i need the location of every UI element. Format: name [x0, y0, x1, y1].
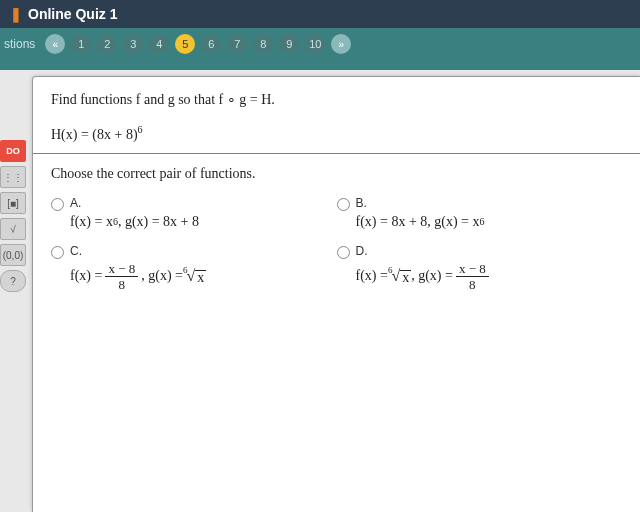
tool-bracket[interactable]: [■] [0, 192, 26, 214]
option-b-label: B. [356, 196, 485, 210]
question-hx: H(x) = (8x + 8)6 [51, 124, 622, 143]
tool-interval[interactable]: (0,0) [0, 244, 26, 266]
tool-do[interactable]: DO [0, 140, 26, 162]
choose-label: Choose the correct pair of functions. [51, 166, 622, 182]
option-a-label: A. [70, 196, 199, 210]
radio-b[interactable] [337, 198, 350, 211]
tool-sqrt[interactable]: √ [0, 218, 26, 240]
question-prompt: Find functions f and g so that f ∘ g = H… [51, 91, 622, 108]
nav-q9[interactable]: 9 [279, 34, 299, 54]
tool-calc[interactable]: ⋮⋮ [0, 166, 26, 188]
nav-q7[interactable]: 7 [227, 34, 247, 54]
radio-d[interactable] [337, 246, 350, 259]
nav-q2[interactable]: 2 [97, 34, 117, 54]
nav-label: stions [4, 37, 35, 51]
option-c-math: f(x) = x − 88 , g(x) = 6√x [70, 262, 206, 291]
nav-q10[interactable]: 10 [305, 34, 325, 54]
page-title: Online Quiz 1 [28, 6, 117, 22]
option-c[interactable]: C. f(x) = x − 88 , g(x) = 6√x [51, 244, 337, 291]
option-b[interactable]: B. f(x) = 8x + 8, g(x) = x6 [337, 196, 623, 230]
nav-q4[interactable]: 4 [149, 34, 169, 54]
nav-q5[interactable]: 5 [175, 34, 195, 54]
nav-q8[interactable]: 8 [253, 34, 273, 54]
option-d-math: f(x) = 6√x , g(x) = x − 88 [356, 262, 492, 291]
nav-q6[interactable]: 6 [201, 34, 221, 54]
option-b-math: f(x) = 8x + 8, g(x) = x6 [356, 214, 485, 230]
option-d-label: D. [356, 244, 492, 258]
question-nav: stions « 1 2 3 4 5 6 7 8 9 10 » [0, 28, 640, 60]
radio-a[interactable] [51, 198, 64, 211]
question-panel: Find functions f and g so that f ∘ g = H… [32, 76, 640, 512]
tool-palette: DO ⋮⋮ [■] √ (0,0) ? [0, 140, 28, 292]
nav-next[interactable]: » [331, 34, 351, 54]
option-d[interactable]: D. f(x) = 6√x , g(x) = x − 88 [337, 244, 623, 291]
option-a-math: f(x) = x6, g(x) = 8x + 8 [70, 214, 199, 230]
nav-prev[interactable]: « [45, 34, 65, 54]
radio-c[interactable] [51, 246, 64, 259]
nav-q1[interactable]: 1 [71, 34, 91, 54]
option-c-label: C. [70, 244, 206, 258]
nav-q3[interactable]: 3 [123, 34, 143, 54]
tool-help[interactable]: ? [0, 270, 26, 292]
header-icon: ❚ [10, 6, 22, 22]
option-a[interactable]: A. f(x) = x6, g(x) = 8x + 8 [51, 196, 337, 230]
divider [33, 153, 640, 154]
